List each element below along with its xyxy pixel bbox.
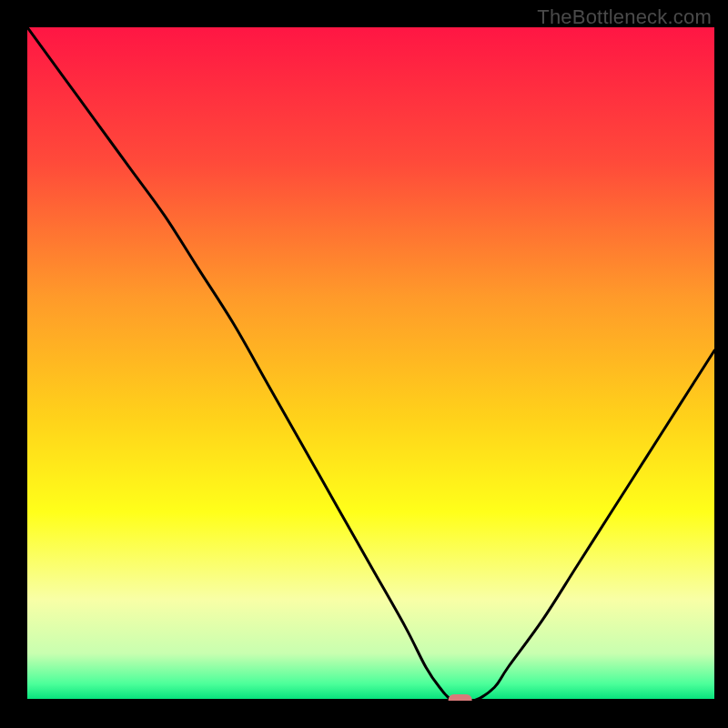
chart-container: TheBottleneck.com xyxy=(0,0,728,728)
plot-area xyxy=(27,27,714,701)
watermark-text: TheBottleneck.com xyxy=(537,5,712,29)
gradient-background xyxy=(27,27,714,701)
optimal-marker xyxy=(449,694,472,701)
chart-svg xyxy=(27,27,714,701)
